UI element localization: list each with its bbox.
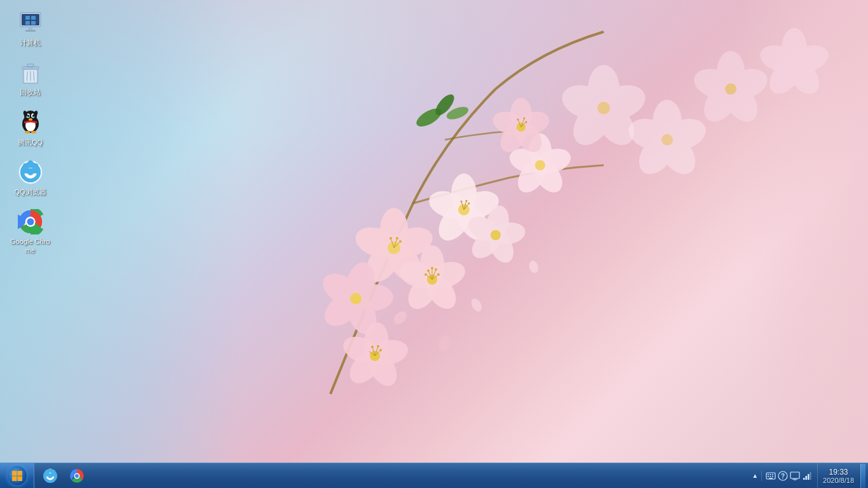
svg-point-98 xyxy=(362,346,402,391)
svg-point-60 xyxy=(491,230,501,240)
svg-point-171 xyxy=(51,470,55,474)
svg-point-106 xyxy=(377,345,379,348)
svg-point-108 xyxy=(379,349,382,351)
keyboard-tray-icon[interactable] xyxy=(766,471,776,481)
svg-point-83 xyxy=(757,41,803,78)
svg-point-58 xyxy=(466,224,506,264)
svg-point-36 xyxy=(402,269,444,315)
svg-rect-191 xyxy=(810,472,811,480)
svg-line-9 xyxy=(394,238,397,248)
svg-point-48 xyxy=(431,267,433,269)
svg-point-174 xyxy=(75,474,79,478)
svg-point-32 xyxy=(350,293,362,304)
svg-line-23 xyxy=(464,203,469,210)
svg-point-2 xyxy=(445,104,470,121)
svg-rect-189 xyxy=(806,476,808,480)
svg-point-141 xyxy=(31,131,36,133)
svg-line-10 xyxy=(391,238,394,248)
svg-line-103 xyxy=(372,347,375,356)
svg-point-97 xyxy=(368,337,410,369)
qq-icon-image xyxy=(18,110,43,135)
svg-point-8 xyxy=(388,241,400,254)
svg-line-42 xyxy=(426,274,432,280)
svg-line-11 xyxy=(394,241,400,248)
svg-point-76 xyxy=(697,77,745,128)
qq-browser-label: QQ浏览器 xyxy=(14,187,46,196)
tray-icons: ? xyxy=(761,471,816,481)
svg-point-66 xyxy=(597,102,610,114)
svg-rect-172 xyxy=(45,473,55,477)
chrome-icon[interactable]: Google Chrome xyxy=(6,205,54,259)
svg-point-24 xyxy=(466,200,468,202)
svg-rect-177 xyxy=(770,474,771,475)
svg-point-87 xyxy=(495,118,532,157)
svg-point-16 xyxy=(456,186,502,223)
recycle-bin-icon[interactable]: 回收站 xyxy=(6,56,54,100)
svg-line-39 xyxy=(432,269,436,280)
svg-line-102 xyxy=(375,346,378,356)
svg-rect-120 xyxy=(25,30,36,32)
svg-point-70 xyxy=(632,128,681,181)
svg-point-93 xyxy=(524,118,526,119)
taskbar-qq-browser[interactable] xyxy=(38,465,62,487)
svg-rect-165 xyxy=(17,476,22,481)
svg-rect-115 xyxy=(25,16,30,20)
svg-point-38 xyxy=(427,274,437,285)
svg-point-67 xyxy=(653,100,682,144)
svg-point-96 xyxy=(362,322,390,362)
taskbar-items xyxy=(34,463,747,488)
svg-point-69 xyxy=(653,128,702,181)
svg-point-50 xyxy=(533,144,574,177)
svg-rect-164 xyxy=(12,476,17,481)
svg-point-84 xyxy=(510,98,532,131)
svg-point-59 xyxy=(465,212,505,247)
svg-line-41 xyxy=(432,274,438,280)
svg-point-137 xyxy=(29,118,32,121)
qq-browser-icon[interactable]: QQ浏览器 xyxy=(6,156,54,200)
svg-point-1 xyxy=(432,92,458,118)
cherry-blossom-decoration xyxy=(0,0,868,488)
svg-rect-162 xyxy=(12,471,17,476)
svg-point-101 xyxy=(370,351,380,361)
svg-rect-119 xyxy=(29,27,32,30)
svg-point-46 xyxy=(437,273,440,276)
svg-line-22 xyxy=(461,201,464,210)
computer-icon[interactable]: 计算机 xyxy=(6,6,54,51)
qq-browser-icon-image xyxy=(18,159,43,185)
svg-point-17 xyxy=(451,199,496,247)
qq-icon[interactable]: 腾讯QQ xyxy=(6,106,54,151)
svg-line-105 xyxy=(369,351,375,356)
svg-point-30 xyxy=(318,285,368,332)
chrome-icon-image xyxy=(18,209,43,234)
taskbar: ▲ xyxy=(0,463,868,488)
taskbar-chrome[interactable] xyxy=(65,465,89,487)
show-desktop-button[interactable] xyxy=(860,464,865,488)
start-button[interactable] xyxy=(0,463,34,489)
svg-point-45 xyxy=(427,269,430,272)
svg-point-80 xyxy=(785,41,832,78)
svg-rect-118 xyxy=(31,21,36,25)
display-tray-icon[interactable] xyxy=(790,471,800,481)
svg-point-18 xyxy=(432,199,477,247)
svg-rect-188 xyxy=(803,478,805,480)
help-tray-icon[interactable]: ? xyxy=(778,471,788,481)
windows-logo-icon xyxy=(11,470,23,482)
clock-area[interactable]: 19:33 2020/8/18 xyxy=(817,463,859,488)
svg-point-35 xyxy=(420,269,462,315)
start-orb xyxy=(7,466,27,486)
svg-point-99 xyxy=(344,344,387,389)
svg-rect-116 xyxy=(31,16,36,20)
network-tray-icon[interactable] xyxy=(802,471,812,481)
svg-point-95 xyxy=(526,121,527,123)
svg-point-161 xyxy=(27,219,34,226)
chrome-label: Google Chrome xyxy=(9,237,51,255)
svg-point-0 xyxy=(414,105,444,130)
svg-point-52 xyxy=(512,156,552,198)
svg-point-14 xyxy=(399,240,402,243)
clock-date: 2020/8/18 xyxy=(823,477,854,484)
svg-point-27 xyxy=(342,259,379,307)
svg-point-61 xyxy=(588,65,620,113)
expand-tray-button[interactable]: ▲ xyxy=(750,471,760,480)
svg-rect-186 xyxy=(792,478,797,480)
desktop: 计算机 回收站 xyxy=(0,0,868,488)
